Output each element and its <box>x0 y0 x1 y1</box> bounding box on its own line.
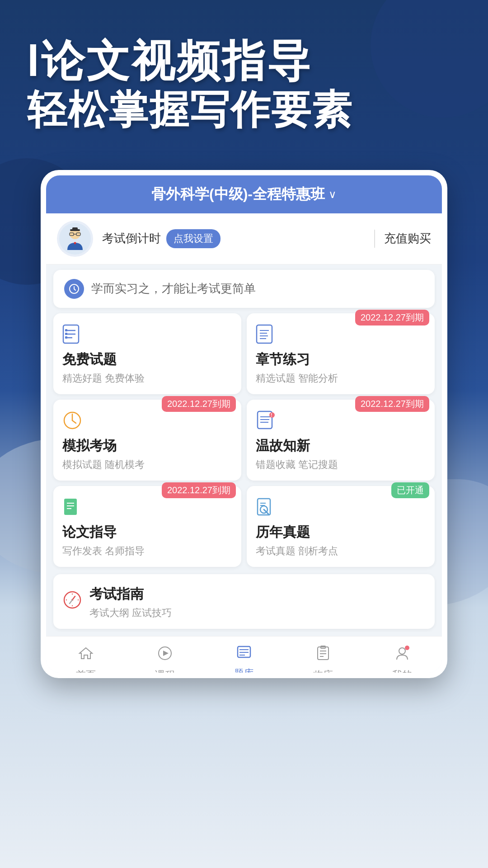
past-exams-badge: 已开通 <box>391 482 429 498</box>
chapter-practice-icon <box>256 324 426 346</box>
svg-rect-33 <box>258 499 270 515</box>
past-exams-card[interactable]: 已开通 历年真题 考试真题 剖析考点 <box>247 486 435 567</box>
user-info-bar: 考试倒计时 点我设置 充值购买 <box>46 213 442 264</box>
svg-point-58 <box>405 646 409 650</box>
question-bank-icon <box>236 644 252 664</box>
paper-guide-icon <box>62 497 232 519</box>
clinical-icon <box>315 645 331 665</box>
svg-rect-12 <box>65 329 67 331</box>
home-icon <box>78 645 94 665</box>
review-new-icon: ! <box>256 410 426 432</box>
bottom-navigation: 首页 课程 <box>46 636 442 673</box>
svg-line-44 <box>72 596 75 600</box>
svg-point-57 <box>399 648 405 654</box>
course-title: 骨外科学(中级)-全程特惠班 <box>151 184 325 204</box>
nav-item-clinical[interactable]: 临床 <box>313 645 333 673</box>
motto-bar: 学而实习之，才能让考试更简单 <box>53 270 435 308</box>
hero-title-line2: 轻松掌握写作要素 <box>27 86 461 134</box>
mock-exam-title: 模拟考场 <box>62 437 232 455</box>
nav-mine-label: 我的 <box>392 668 412 673</box>
free-questions-card[interactable]: 免费试题 精选好题 免费体验 <box>53 313 241 394</box>
mock-exam-subtitle: 模拟试题 随机模考 <box>62 458 232 472</box>
countdown-label: 考试倒计时 <box>102 231 161 246</box>
nav-item-course[interactable]: 课程 <box>155 645 175 673</box>
svg-rect-13 <box>65 333 67 335</box>
review-new-badge: 2022.12.27到期 <box>355 396 429 412</box>
chapter-practice-badge: 2022.12.27到期 <box>355 310 429 326</box>
clock-icon <box>64 279 84 299</box>
svg-marker-47 <box>163 651 169 656</box>
nav-home-label: 首页 <box>76 668 96 673</box>
chevron-down-icon: ∨ <box>328 188 337 201</box>
motto-text: 学而实习之，才能让考试更简单 <box>91 281 256 297</box>
free-questions-title: 免费试题 <box>62 350 232 369</box>
nav-item-question-bank[interactable]: 题库 <box>234 644 254 673</box>
svg-line-45 <box>70 600 72 604</box>
review-new-card[interactable]: 2022.12.27到期 ! 温故知新 错题收藏 笔记搜题 <box>247 400 435 481</box>
exam-guide-icon <box>62 590 82 614</box>
paper-guide-subtitle: 写作发表 名师指导 <box>62 544 232 558</box>
exam-guide-content: 考试指南 考试大纲 应试技巧 <box>89 585 172 620</box>
review-new-subtitle: 错题收藏 笔记搜题 <box>256 458 426 472</box>
exam-guide-card[interactable]: 考试指南 考试大纲 应试技巧 <box>53 574 435 629</box>
vertical-divider <box>374 230 375 248</box>
svg-rect-14 <box>65 336 67 339</box>
review-new-title: 温故知新 <box>256 437 426 455</box>
mock-exam-badge: 2022.12.27到期 <box>162 396 236 412</box>
exam-countdown: 考试倒计时 点我设置 <box>102 229 365 248</box>
svg-rect-29 <box>64 499 77 515</box>
paper-guide-badge: 2022.12.27到期 <box>162 482 236 498</box>
mock-exam-icon <box>62 410 232 432</box>
nav-item-home[interactable]: 首页 <box>76 645 96 673</box>
past-exams-title: 历年真题 <box>256 523 426 542</box>
device-container: 骨外科学(中级)-全程特惠班 ∨ <box>41 170 447 678</box>
svg-line-22 <box>72 420 76 423</box>
svg-rect-6 <box>72 227 78 230</box>
hero-title-line1: l论文视频指导 <box>27 36 461 86</box>
nav-course-label: 课程 <box>155 668 175 673</box>
nav-item-mine[interactable]: 我的 <box>392 645 412 673</box>
avatar <box>57 221 93 257</box>
chapter-practice-title: 章节练习 <box>256 350 426 369</box>
svg-rect-15 <box>257 325 272 343</box>
nav-question-bank-label: 题库 <box>234 667 254 673</box>
user-icon <box>394 645 410 665</box>
free-questions-subtitle: 精选好题 免费体验 <box>62 372 232 385</box>
device-inner: 骨外科学(中级)-全程特惠班 ∨ <box>46 175 442 673</box>
free-questions-icon <box>62 324 232 346</box>
past-exams-subtitle: 考试真题 剖析考点 <box>256 544 426 558</box>
play-icon <box>157 645 173 665</box>
nav-clinical-label: 临床 <box>313 668 333 673</box>
paper-guide-title: 论文指导 <box>62 523 232 542</box>
card-grid: 免费试题 精选好题 免费体验 2022.12.27到期 <box>46 313 442 574</box>
app-header[interactable]: 骨外科学(中级)-全程特惠班 ∨ <box>46 175 442 213</box>
hero-section: l论文视频指导 轻松掌握写作要素 <box>0 0 488 152</box>
paper-guide-card[interactable]: 2022.12.27到期 论文指导 写作发表 名师指导 <box>53 486 241 567</box>
countdown-set-button[interactable]: 点我设置 <box>166 229 221 248</box>
exam-guide-subtitle: 考试大纲 应试技巧 <box>89 606 172 620</box>
exam-guide-title: 考试指南 <box>89 585 172 604</box>
mock-exam-card[interactable]: 2022.12.27到期 模拟考场 模拟试题 随机模考 <box>53 400 241 481</box>
recharge-label[interactable]: 充值购买 <box>384 231 431 246</box>
past-exams-icon <box>256 497 426 519</box>
chapter-practice-card[interactable]: 2022.12.27到期 章节练习 精选试题 智能分析 <box>247 313 435 394</box>
svg-text:!: ! <box>271 413 272 418</box>
chapter-practice-subtitle: 精选试题 智能分析 <box>256 372 426 385</box>
